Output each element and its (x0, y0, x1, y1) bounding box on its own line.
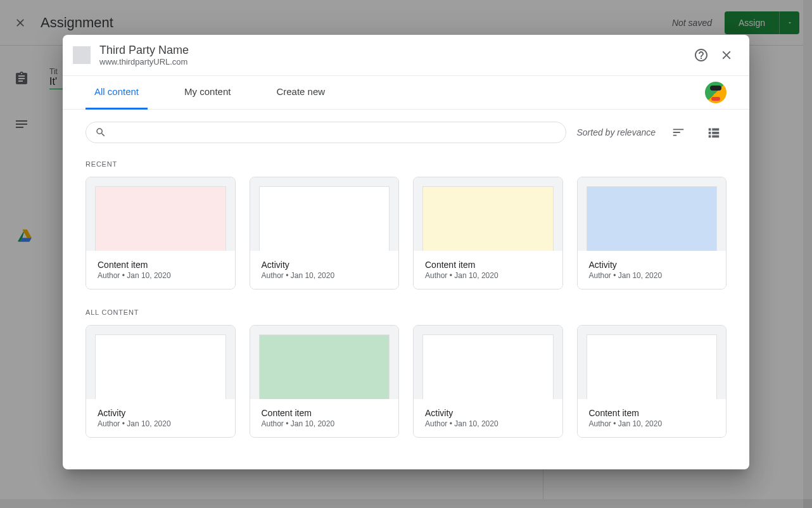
card-body: ActivityAuthor • Jan 10, 2020 (250, 251, 399, 289)
card-thumbnail (86, 326, 235, 399)
content-card[interactable]: ActivityAuthor • Jan 10, 2020 (577, 177, 727, 289)
card-body: ActivityAuthor • Jan 10, 2020 (414, 399, 562, 437)
search-input[interactable] (113, 127, 557, 137)
recent-grid: Content itemAuthor • Jan 10, 2020Activit… (86, 177, 726, 289)
thumbnail-preview (587, 186, 718, 251)
sort-label: Sorted by relevance (576, 127, 656, 137)
content-card[interactable]: Content itemAuthor • Jan 10, 2020 (86, 177, 236, 289)
content-card[interactable]: Content itemAuthor • Jan 10, 2020 (250, 325, 400, 438)
content-card[interactable]: ActivityAuthor • Jan 10, 2020 (413, 325, 563, 438)
content-card[interactable]: ActivityAuthor • Jan 10, 2020 (86, 325, 236, 438)
search-row: Sorted by relevance (86, 120, 726, 145)
card-thumbnail (414, 177, 562, 251)
tab-create-new[interactable]: Create new (267, 76, 334, 110)
content-picker-modal: Third Party Name www.thirdpartyURL.com A… (63, 35, 749, 469)
section-recent-label: RECENT (86, 160, 726, 168)
card-meta: Author • Jan 10, 2020 (589, 271, 715, 280)
modal-header: Third Party Name www.thirdpartyURL.com (63, 35, 749, 76)
card-thumbnail (578, 177, 726, 251)
thumbnail-preview (95, 186, 226, 251)
card-thumbnail (250, 326, 399, 399)
card-title: Content item (425, 260, 551, 270)
card-thumbnail (414, 326, 562, 399)
modal-body: Sorted by relevance RECENT Content itemA… (63, 110, 749, 469)
card-body: ActivityAuthor • Jan 10, 2020 (86, 399, 235, 437)
third-party-logo (73, 46, 91, 64)
thumbnail-preview (422, 186, 554, 251)
thumbnail-preview (422, 334, 554, 399)
card-thumbnail (578, 326, 726, 399)
sort-icon[interactable] (666, 120, 691, 145)
card-title: Content item (262, 408, 388, 418)
modal-subtitle: www.thirdpartyURL.com (99, 57, 688, 67)
card-body: Content itemAuthor • Jan 10, 2020 (578, 399, 726, 437)
content-card[interactable]: Content itemAuthor • Jan 10, 2020 (413, 177, 563, 289)
content-card[interactable]: Content itemAuthor • Jan 10, 2020 (577, 325, 727, 438)
modal-title: Third Party Name (99, 44, 688, 57)
card-meta: Author • Jan 10, 2020 (98, 419, 224, 428)
modal-title-block: Third Party Name www.thirdpartyURL.com (99, 44, 688, 67)
card-thumbnail (250, 177, 399, 251)
search-box[interactable] (86, 122, 566, 143)
card-title: Content item (98, 260, 224, 270)
card-title: Activity (589, 260, 715, 270)
close-icon[interactable] (714, 42, 739, 68)
search-icon (95, 127, 106, 138)
tab-all-content[interactable]: All content (86, 76, 148, 110)
card-body: ActivityAuthor • Jan 10, 2020 (578, 251, 726, 289)
card-title: Content item (589, 408, 715, 418)
card-meta: Author • Jan 10, 2020 (425, 271, 551, 280)
thumbnail-preview (259, 334, 390, 399)
content-card[interactable]: ActivityAuthor • Jan 10, 2020 (250, 177, 400, 289)
card-meta: Author • Jan 10, 2020 (262, 271, 388, 280)
thumbnail-preview (95, 334, 226, 399)
card-thumbnail (86, 177, 235, 251)
section-all-label: ALL CONTENT (86, 308, 726, 316)
help-icon[interactable] (688, 42, 714, 68)
all-content-grid: ActivityAuthor • Jan 10, 2020Content ite… (86, 325, 726, 438)
modal-tabs: All content My content Create new (63, 76, 749, 110)
thumbnail-preview (587, 334, 718, 399)
card-title: Activity (98, 408, 224, 418)
card-body: Content itemAuthor • Jan 10, 2020 (86, 251, 235, 289)
card-title: Activity (425, 408, 551, 418)
tab-my-content[interactable]: My content (175, 76, 239, 110)
card-body: Content itemAuthor • Jan 10, 2020 (250, 399, 399, 437)
card-meta: Author • Jan 10, 2020 (98, 271, 224, 280)
card-body: Content itemAuthor • Jan 10, 2020 (414, 251, 562, 289)
card-meta: Author • Jan 10, 2020 (425, 419, 551, 428)
thumbnail-preview (259, 186, 390, 251)
card-meta: Author • Jan 10, 2020 (589, 419, 715, 428)
list-view-icon[interactable] (701, 120, 726, 145)
card-meta: Author • Jan 10, 2020 (262, 419, 388, 428)
avatar[interactable] (705, 82, 726, 103)
card-title: Activity (262, 260, 388, 270)
